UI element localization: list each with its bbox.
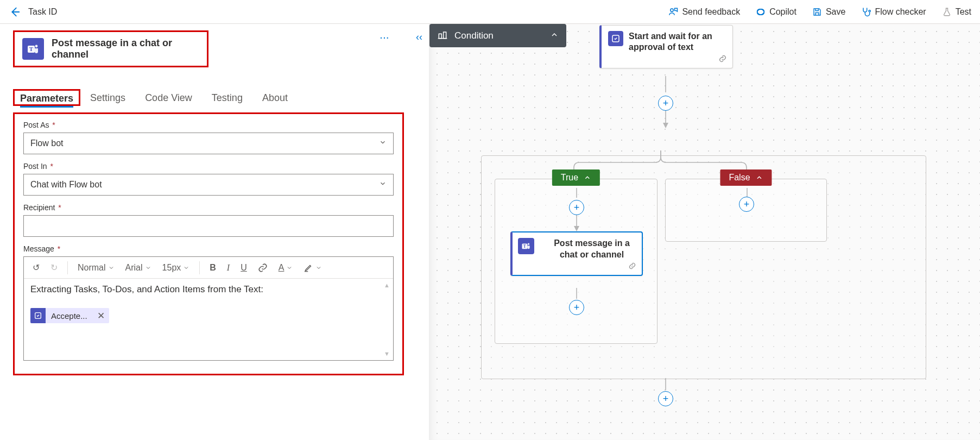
italic-button[interactable]: I: [223, 261, 234, 275]
svg-rect-13: [444, 32, 446, 39]
feedback-label: Send feedback: [682, 7, 740, 17]
condition-branches: True + T Post messag: [481, 155, 926, 379]
size-dropdown[interactable]: 15px: [158, 261, 194, 275]
svg-point-2: [756, 8, 765, 16]
post-as-dropdown[interactable]: Flow bot: [23, 133, 394, 154]
message-label: Message *: [23, 244, 394, 253]
save-button[interactable]: Save: [812, 7, 845, 17]
feedback-icon: [668, 7, 679, 17]
bold-button[interactable]: B: [205, 261, 220, 275]
link-icon: [718, 54, 727, 65]
true-label[interactable]: True: [552, 169, 600, 186]
svg-marker-16: [574, 226, 579, 231]
action-config-panel: ‹‹ ··· T Post message in a chat or chann…: [0, 24, 429, 440]
false-label[interactable]: False: [720, 169, 772, 186]
add-true-step-button[interactable]: +: [569, 200, 584, 215]
more-options-button[interactable]: ···: [380, 34, 390, 42]
save-icon: [812, 7, 823, 17]
chevron-down-icon: [379, 180, 387, 190]
checker-label: Flow checker: [875, 7, 926, 17]
true-branch: True + T Post messag: [495, 179, 657, 344]
copilot-label: Copilot: [769, 7, 796, 17]
condition-node[interactable]: Condition: [429, 24, 566, 47]
send-feedback-button[interactable]: Send feedback: [668, 7, 740, 17]
flow-canvas[interactable]: Start and wait for an approval of text +…: [429, 24, 980, 440]
condition-label: Condition: [454, 30, 494, 41]
style-dropdown[interactable]: Normal: [73, 261, 119, 275]
recipient-input[interactable]: [23, 215, 394, 237]
approval-title: Start and wait for an approval of text: [629, 31, 726, 53]
highlight-button[interactable]: [299, 261, 326, 275]
svg-point-3: [869, 10, 870, 11]
message-editor: ↺ ↻ Normal Arial 15px B I U A: [23, 256, 394, 361]
token-remove-button[interactable]: ✕: [93, 310, 109, 322]
add-after-condition-button[interactable]: +: [658, 391, 673, 406]
tab-parameters[interactable]: Parameters: [20, 93, 73, 108]
svg-point-6: [35, 45, 38, 48]
post-in-value: Chat with Flow bot: [30, 180, 102, 190]
parameters-form: Post As * Flow bot Post In * Chat with F…: [13, 112, 404, 375]
add-after-post-button[interactable]: +: [569, 300, 584, 315]
recipient-label: Recipient *: [23, 203, 394, 212]
undo-button[interactable]: ↺: [28, 260, 44, 275]
post-message-node[interactable]: T Post message in a chat or channel: [510, 231, 643, 276]
link-button[interactable]: [254, 261, 272, 275]
teams-icon: T: [22, 38, 44, 60]
tab-settings[interactable]: Settings: [80, 89, 135, 107]
stethoscope-icon: [861, 7, 871, 17]
svg-rect-12: [439, 34, 441, 38]
message-text: Extracting Tasks, To-Dos, and Action Ite…: [30, 284, 387, 295]
svg-point-19: [528, 243, 529, 245]
collapse-panel-button[interactable]: ‹‹: [416, 32, 422, 43]
action-title: Post message in a chat or channel: [52, 37, 199, 60]
approval-node[interactable]: Start and wait for an approval of text: [599, 25, 733, 68]
config-tabs: Parameters Settings Code View Testing Ab…: [13, 89, 416, 107]
token-icon: [30, 308, 46, 323]
approval-icon: [608, 31, 623, 46]
redo-button[interactable]: ↻: [46, 260, 62, 275]
page-title: Task ID: [28, 7, 57, 17]
teams-icon: T: [518, 238, 534, 254]
post-in-label: Post In *: [23, 162, 394, 171]
svg-point-0: [671, 9, 673, 11]
post-in-dropdown[interactable]: Chat with Flow bot: [23, 174, 394, 196]
flow-checker-button[interactable]: Flow checker: [861, 7, 926, 17]
link-icon: [628, 262, 636, 272]
back-button[interactable]: [9, 6, 21, 18]
post-node-title: Post message in a chat or channel: [547, 238, 636, 261]
rte-toolbar: ↺ ↻ Normal Arial 15px B I U A: [24, 257, 393, 279]
tab-about[interactable]: About: [252, 89, 298, 107]
add-step-button[interactable]: +: [658, 96, 673, 111]
dynamic-token[interactable]: Accepte... ✕: [30, 308, 109, 323]
svg-text:T: T: [29, 46, 34, 52]
flask-icon: [941, 7, 952, 17]
add-false-step-button[interactable]: +: [739, 197, 754, 212]
post-as-value: Flow bot: [30, 139, 63, 148]
copilot-icon: [755, 7, 766, 17]
test-button[interactable]: Test: [941, 7, 971, 17]
rte-content[interactable]: ▲ Extracting Tasks, To-Dos, and Action I…: [24, 279, 393, 360]
chevron-down-icon: [379, 139, 387, 148]
post-as-label: Post As *: [23, 121, 394, 129]
font-dropdown[interactable]: Arial: [121, 261, 156, 275]
scroll-up-icon[interactable]: ▲: [384, 282, 390, 288]
copilot-button[interactable]: Copilot: [755, 7, 796, 17]
false-branch: False +: [665, 179, 827, 242]
svg-marker-11: [663, 123, 668, 128]
condition-icon: [437, 29, 448, 42]
tab-testing[interactable]: Testing: [202, 89, 252, 107]
svg-text:T: T: [523, 244, 526, 249]
token-label: Accepte...: [46, 309, 93, 323]
chevron-up-icon[interactable]: [550, 30, 559, 41]
save-label: Save: [826, 7, 845, 17]
scroll-down-icon[interactable]: ▼: [384, 350, 390, 357]
text-color-button[interactable]: A: [274, 261, 298, 275]
action-header: T Post message in a chat or channel: [13, 30, 208, 67]
underline-button[interactable]: U: [236, 261, 251, 275]
tab-codeview[interactable]: Code View: [135, 89, 202, 107]
topbar: Task ID Send feedback Copilot Save Flow …: [0, 0, 980, 24]
test-label: Test: [956, 7, 971, 17]
